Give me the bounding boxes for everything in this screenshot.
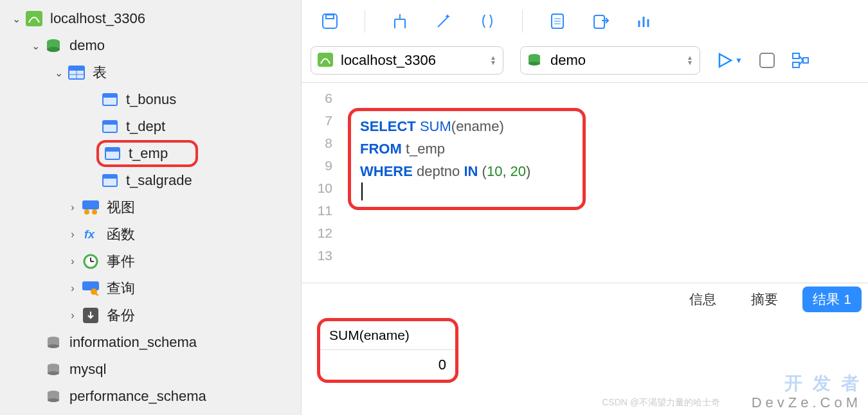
database-icon bbox=[44, 361, 63, 378]
tree-table-t_salgrade[interactable]: t_salgrade bbox=[0, 167, 301, 194]
connection-selector[interactable]: localhost_3306 ▲▼ bbox=[311, 46, 503, 75]
tree-sysdb-information_schema[interactable]: › information_schema bbox=[0, 329, 301, 356]
save-icon[interactable] bbox=[321, 12, 339, 30]
run-button[interactable]: ▼ bbox=[717, 52, 743, 69]
tree-queries-label: 查询 bbox=[107, 279, 135, 298]
table-icon bbox=[100, 91, 120, 108]
tree-events[interactable]: › 事件 bbox=[0, 248, 301, 275]
chevron-right-icon: › bbox=[67, 310, 78, 321]
stop-button[interactable] bbox=[759, 53, 775, 68]
views-icon bbox=[81, 199, 100, 216]
svg-point-29 bbox=[48, 344, 59, 348]
database-selector[interactable]: demo ▲▼ bbox=[520, 46, 700, 75]
chevron-down-icon: ⌄ bbox=[30, 40, 41, 52]
watermark-brand: DevZe.CoM bbox=[752, 394, 862, 411]
svg-line-25 bbox=[96, 294, 98, 296]
svg-rect-36 bbox=[323, 14, 337, 28]
stepper-icon: ▲▼ bbox=[490, 55, 496, 66]
explain-icon[interactable] bbox=[791, 51, 809, 69]
connection-tree: ⌄ localhost_3306 ⌄ demo ⌄ 表 t_bonus t_de… bbox=[0, 0, 302, 415]
tree-functions[interactable]: › fx 函数 bbox=[0, 221, 301, 248]
stepper-icon: ▲▼ bbox=[687, 55, 693, 66]
watermark-cn: 开 发 者 bbox=[784, 371, 862, 396]
database-icon bbox=[44, 37, 63, 54]
main-panel: ✦ localhost_3306 ▲▼ demo ▲▼ ▼ 6789101112… bbox=[302, 0, 868, 415]
svg-rect-59 bbox=[803, 58, 808, 63]
chevron-right-icon: › bbox=[67, 229, 78, 240]
table-icon bbox=[100, 172, 120, 189]
svg-rect-48 bbox=[594, 15, 604, 28]
tree-table-t_bonus[interactable]: t_bonus bbox=[0, 86, 301, 113]
export-icon[interactable] bbox=[592, 12, 610, 30]
svg-point-3 bbox=[47, 47, 60, 52]
tree-backups[interactable]: › 备份 bbox=[0, 302, 301, 329]
tree-database-label: demo bbox=[69, 37, 105, 54]
tree-functions-label: 函数 bbox=[107, 225, 135, 244]
clock-icon bbox=[81, 253, 100, 270]
format-icon[interactable] bbox=[391, 12, 409, 30]
svg-rect-23 bbox=[82, 281, 99, 290]
tab-info[interactable]: 信息 bbox=[679, 287, 727, 312]
svg-rect-0 bbox=[26, 11, 42, 26]
tree-views[interactable]: › 视图 bbox=[0, 194, 301, 221]
svg-point-55 bbox=[529, 62, 540, 66]
query-icon bbox=[81, 280, 100, 297]
tree-database[interactable]: ⌄ demo bbox=[0, 32, 301, 59]
svg-point-17 bbox=[84, 209, 89, 215]
chevron-down-icon: ⌄ bbox=[10, 13, 22, 25]
backup-icon bbox=[81, 307, 100, 324]
tree-sysdb-performance_schema[interactable]: › performance_schema bbox=[0, 383, 301, 410]
tree-sysdb-mysql[interactable]: › mysql bbox=[0, 356, 301, 383]
svg-rect-11 bbox=[104, 125, 116, 132]
svg-point-18 bbox=[92, 209, 97, 215]
svg-rect-58 bbox=[793, 62, 799, 67]
tree-connection[interactable]: ⌄ localhost_3306 bbox=[0, 5, 301, 32]
table-icon bbox=[103, 145, 122, 162]
tree-views-label: 视图 bbox=[107, 198, 135, 217]
svg-text:fx: fx bbox=[84, 228, 95, 241]
tab-result-1[interactable]: 结果 1 bbox=[802, 287, 862, 312]
result-highlight-box: SUM(ename) 0 bbox=[317, 318, 458, 383]
line-gutter: 678910111213 bbox=[302, 83, 341, 283]
result-column-header: SUM(ename) bbox=[320, 321, 455, 350]
sysdb-label: performance_schema bbox=[69, 388, 206, 405]
tree-table-t_dept[interactable]: t_dept bbox=[0, 113, 301, 140]
table-label: t_bonus bbox=[126, 91, 176, 108]
svg-rect-52 bbox=[318, 53, 333, 67]
navicat-icon bbox=[318, 53, 334, 68]
sysdb-label: information_schema bbox=[69, 334, 197, 351]
tab-summary[interactable]: 摘要 bbox=[741, 287, 788, 312]
tree-queries[interactable]: › 查询 bbox=[0, 275, 301, 302]
tree-backups-label: 备份 bbox=[107, 306, 135, 325]
svg-rect-13 bbox=[106, 152, 119, 159]
tree-connection-label: localhost_3306 bbox=[50, 10, 145, 27]
sysdb-label: mysql bbox=[69, 361, 106, 378]
document-icon[interactable] bbox=[548, 12, 566, 30]
tree-table-t_emp[interactable]: t_emp bbox=[96, 140, 198, 167]
svg-rect-37 bbox=[326, 15, 334, 19]
svg-point-35 bbox=[48, 398, 59, 402]
function-icon: fx bbox=[81, 226, 100, 243]
svg-rect-16 bbox=[82, 200, 99, 209]
parentheses-icon[interactable] bbox=[478, 12, 496, 30]
svg-text:✦: ✦ bbox=[444, 13, 451, 21]
connection-selector-value: localhost_3306 bbox=[341, 52, 436, 69]
svg-marker-56 bbox=[719, 54, 731, 67]
svg-rect-57 bbox=[793, 53, 799, 58]
sql-editor[interactable]: 678910111213 SELECT SUM(ename) FROM t_em… bbox=[302, 82, 868, 283]
chevron-right-icon: › bbox=[67, 283, 78, 294]
svg-point-32 bbox=[48, 371, 59, 375]
chart-icon[interactable] bbox=[636, 12, 654, 30]
context-selectors: localhost_3306 ▲▼ demo ▲▼ ▼ bbox=[302, 42, 868, 82]
database-icon bbox=[44, 388, 63, 405]
table-icon bbox=[67, 64, 86, 81]
magic-icon[interactable]: ✦ bbox=[435, 12, 453, 30]
table-icon bbox=[100, 118, 120, 135]
tree-tables-folder[interactable]: ⌄ 表 bbox=[0, 59, 301, 86]
result-tabs: 信息 摘要 结果 1 bbox=[302, 283, 868, 315]
chevron-down-icon: ⌄ bbox=[53, 67, 64, 79]
result-cell: 0 bbox=[320, 350, 455, 380]
tree-events-label: 事件 bbox=[107, 252, 135, 271]
sql-highlight-box: SELECT SUM(ename) FROM t_emp WHERE deptn… bbox=[348, 108, 586, 210]
table-label: t_salgrade bbox=[126, 172, 192, 189]
